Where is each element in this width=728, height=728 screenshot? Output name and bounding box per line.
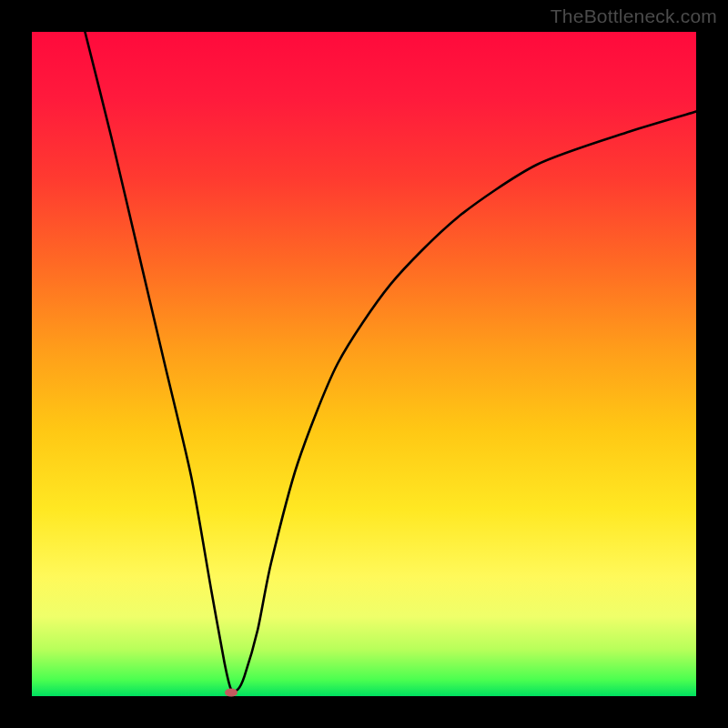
bottleneck-curve: [85, 32, 696, 692]
watermark-text: TheBottleneck.com: [551, 5, 717, 27]
curve-svg: [32, 32, 696, 696]
optimum-marker: [225, 689, 238, 697]
chart-frame: TheBottleneck.com: [0, 0, 728, 728]
plot-area: [32, 32, 696, 696]
